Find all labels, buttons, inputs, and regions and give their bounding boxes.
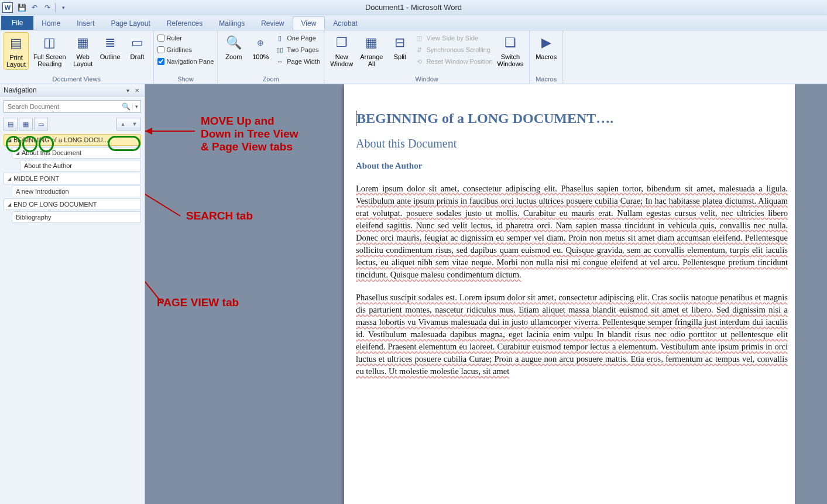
one-page-label: One Page: [287, 35, 316, 42]
draft-button[interactable]: ▭ Draft: [125, 32, 150, 61]
switch-windows-button[interactable]: ❏ Switch Windows: [495, 32, 526, 68]
zoom-100-label: 100%: [252, 53, 269, 60]
ruler-label: Ruler: [167, 35, 182, 42]
draft-icon: ▭: [128, 33, 147, 52]
nav-tab-search-results[interactable]: ▭: [34, 118, 48, 131]
outline-label: Outline: [100, 53, 121, 60]
nav-tab-tree-view[interactable]: ▤: [4, 118, 18, 131]
tab-acrobat[interactable]: Acrobat: [325, 17, 365, 30]
one-page-button[interactable]: ▯One Page: [275, 32, 320, 44]
body-paragraph-2: Phasellus suscipit sodales est. Lorem ip…: [356, 292, 788, 378]
print-layout-label: Print Layout: [6, 54, 26, 68]
nav-search-input[interactable]: [4, 103, 119, 110]
switch-windows-label: Switch Windows: [497, 53, 524, 67]
nav-tree-item[interactable]: ◢About this Document: [12, 147, 141, 159]
web-layout-label: Web Layout: [73, 53, 92, 67]
group-document-views-label: Document Views: [4, 75, 150, 84]
sync-scroll-icon: ⇵: [414, 45, 424, 54]
nav-pane-header: Navigation ▾ ✕: [0, 84, 145, 97]
nav-tree-item[interactable]: ◢END OF LONG DOCUMENT: [4, 198, 141, 210]
web-layout-button[interactable]: ▦ Web Layout: [71, 32, 95, 68]
tab-insert[interactable]: Insert: [68, 17, 102, 30]
zoom-100-button[interactable]: ⊕ 100%: [248, 32, 273, 61]
arrange-all-button[interactable]: ▦ Arrange All: [358, 32, 385, 68]
new-window-button[interactable]: ❐ New Window: [328, 32, 355, 68]
zoom-icon: 🔍: [224, 33, 243, 52]
nav-tree-item-label: About this Document: [22, 149, 81, 156]
tab-review[interactable]: Review: [253, 17, 292, 30]
nav-next-button[interactable]: ▼: [129, 118, 140, 130]
side-by-side-icon: ◫: [414, 33, 424, 43]
nav-tree-item-label: END OF LONG DOCUMENT: [13, 201, 97, 208]
nav-tree-item[interactable]: A new Introduction: [12, 186, 141, 197]
svg-line-2: [145, 140, 180, 216]
print-layout-button[interactable]: ▤ Print Layout: [4, 32, 29, 70]
ruler-checkbox[interactable]: Ruler: [157, 32, 214, 44]
navigation-pane-checkbox[interactable]: Navigation Pane: [157, 56, 214, 67]
nav-tree-item[interactable]: Bibliography: [12, 211, 141, 223]
page-width-button[interactable]: ↔Page Width: [275, 56, 320, 67]
macros-label: Macros: [536, 53, 557, 60]
body-paragraph-1: Lorem ipsum dolor sit amet, consectetur …: [356, 183, 788, 281]
heading-1: BEGINNING of a LONG DOCUMENT….: [356, 111, 788, 126]
search-dropdown-icon[interactable]: ▾: [132, 104, 140, 109]
document-page[interactable]: BEGINNING of a LONG DOCUMENT…. About thi…: [344, 84, 795, 504]
view-side-by-side-button: ◫View Side by Side: [414, 32, 492, 44]
document-canvas: BEGINNING of a LONG DOCUMENT…. About thi…: [145, 84, 827, 504]
ribbon-tab-strip: File Home Insert Page Layout References …: [0, 15, 827, 30]
outline-button[interactable]: ≣ Outline: [98, 32, 123, 61]
caret-icon: ◢: [8, 138, 11, 143]
tab-references[interactable]: References: [159, 17, 211, 30]
qat-undo-icon[interactable]: ↶: [28, 2, 41, 13]
macros-button[interactable]: ▶ Macros: [533, 32, 559, 61]
nav-tree-item-label: A new Introduction: [16, 188, 69, 195]
arrange-all-icon: ▦: [362, 33, 381, 52]
split-button[interactable]: ⊟ Split: [387, 32, 412, 61]
nav-tree-item-label: BEGINNING of a LONG DOCU...: [13, 136, 108, 143]
page-width-label: Page Width: [287, 58, 320, 65]
group-zoom: 🔍 Zoom ⊕ 100% ▯One Page ▯▯Two Pages ↔Pag…: [218, 30, 324, 84]
group-show-label: Show: [157, 75, 214, 84]
word-app-icon: W: [2, 2, 13, 13]
tab-mailings[interactable]: Mailings: [211, 17, 253, 30]
search-icon[interactable]: 🔍: [119, 102, 132, 111]
nav-prev-button[interactable]: ▲: [117, 118, 129, 130]
nav-pane-title: Navigation: [4, 86, 37, 94]
two-pages-label: Two Pages: [287, 46, 318, 53]
print-layout-icon: ▤: [7, 34, 26, 53]
nav-pane-menu-icon[interactable]: ▾: [123, 86, 132, 94]
nav-search-box[interactable]: 🔍 ▾: [4, 100, 141, 113]
arrange-all-label: Arrange All: [360, 53, 383, 67]
heading-3: About the Author: [356, 161, 788, 171]
nav-tree-item[interactable]: ◢MIDDLE POINT: [4, 173, 141, 184]
nav-pane-label: Navigation Pane: [167, 58, 214, 65]
navigation-pane: Navigation ▾ ✕ 🔍 ▾ ▤ ▦ ▭ ▲ ▼ ◢BEGINNING …: [0, 84, 145, 504]
nav-tab-page-view[interactable]: ▦: [19, 118, 33, 131]
tab-view[interactable]: View: [293, 16, 325, 30]
sync-scroll-label: Synchronous Scrolling: [426, 46, 490, 53]
split-label: Split: [394, 53, 406, 60]
group-zoom-label: Zoom: [221, 75, 320, 84]
tab-page-layout[interactable]: Page Layout: [102, 17, 158, 30]
gridlines-label: Gridlines: [167, 46, 192, 53]
group-macros-label: Macros: [533, 75, 559, 84]
qat-save-icon[interactable]: 💾: [15, 2, 28, 13]
svg-marker-1: [145, 128, 152, 135]
qat-customize-icon[interactable]: ▾: [57, 2, 70, 13]
nav-up-down-group: ▲ ▼: [116, 118, 141, 131]
nav-tree-item[interactable]: About the Author: [20, 160, 141, 172]
tab-home[interactable]: Home: [33, 17, 68, 30]
zoom-button[interactable]: 🔍 Zoom: [221, 32, 246, 61]
caret-icon: ◢: [8, 202, 11, 207]
gridlines-checkbox[interactable]: Gridlines: [157, 44, 214, 56]
nav-tree-item[interactable]: ◢BEGINNING of a LONG DOCU...: [4, 134, 141, 146]
qat-redo-icon[interactable]: ↷: [41, 2, 54, 13]
tab-file[interactable]: File: [1, 16, 33, 30]
nav-pane-close-icon[interactable]: ✕: [133, 86, 141, 94]
split-icon: ⊟: [390, 33, 409, 52]
group-show: Ruler Gridlines Navigation Pane Show: [154, 30, 218, 84]
new-window-label: New Window: [330, 53, 353, 67]
reset-window-position-button: ⟲Reset Window Position: [414, 56, 492, 67]
two-pages-button[interactable]: ▯▯Two Pages: [275, 44, 320, 56]
full-screen-reading-button[interactable]: ◫ Full Screen Reading: [31, 32, 68, 68]
